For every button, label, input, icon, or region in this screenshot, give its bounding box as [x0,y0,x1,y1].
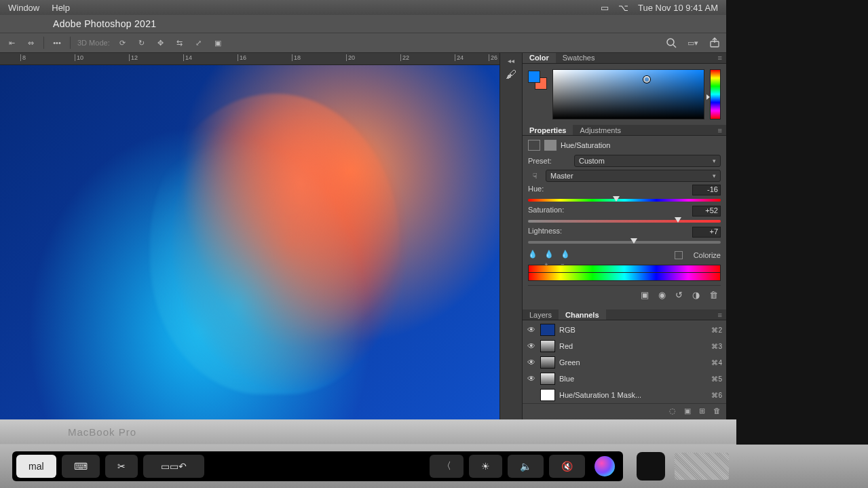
color-field-cursor[interactable] [643,76,650,83]
hue-value[interactable]: -16 [692,185,721,195]
new-channel-icon[interactable]: ⊞ [699,407,705,415]
eye-icon[interactable]: 👁 [527,358,536,367]
clip-to-layer-icon[interactable]: ▣ [641,290,649,300]
channels-panel: 👁 RGB ⌘2 👁 Red ⌘3 👁 Green ⌘4 [523,320,726,419]
app-titlebar: Adobe Photoshop 2021 [0,15,726,33]
channel-value: Master [550,172,573,180]
orbit-icon[interactable]: ⟳ [117,37,129,49]
eyedropper-icon[interactable]: 💧 [528,250,539,261]
touchbar-undo-icon[interactable]: ▭▭↶ [143,455,204,478]
laptop-model-label: MacBook Pro [68,426,136,438]
menubar-display-icon[interactable]: ▭ [601,3,609,13]
screenmode-icon[interactable]: ▭▾ [687,37,699,49]
align-left-icon[interactable]: ⇤ [5,37,18,49]
ruler-tick: 8 [20,54,26,61]
color-field[interactable] [552,69,704,119]
lightness-label: Lightness: [528,227,562,238]
share-icon[interactable] [709,37,721,49]
panel-menu-icon[interactable]: ≡ [718,126,722,134]
eye-icon[interactable]: 👁 [527,374,536,383]
pan-icon[interactable]: ✥ [155,37,167,49]
panel-dock-strip[interactable]: ◂◂ 🖌 [499,53,523,419]
touchbar-area: mal ⌨ ✂ ▭▭↶ 〈 ☀ 🔈 🔇 [0,445,868,488]
tab-layers[interactable]: Layers [523,309,559,320]
color-panel-tabs: Color Swatches ≡ [523,53,726,64]
delete-icon[interactable]: 🗑 [709,290,718,300]
preset-label: Preset: [528,157,570,165]
channel-thumb [540,356,555,369]
more-icon[interactable]: ••• [51,37,63,49]
tab-color[interactable]: Color [523,53,556,63]
touchbar-keyboard-icon[interactable]: ⌨ [62,455,100,478]
search-icon[interactable] [665,37,677,49]
saturation-slider[interactable] [528,218,721,225]
adjustment-type-label: Hue/Saturation [561,141,610,149]
menubar-clock: Tue Nov 10 9:41 AM [638,3,718,13]
ruler-tick: 14 [183,54,192,61]
align-center-icon[interactable]: ⇔ [24,37,37,49]
delete-channel-icon[interactable]: 🗑 [713,407,721,415]
hue-slider[interactable] [528,197,721,204]
ruler-tick: 12 [129,54,138,61]
camera-icon[interactable]: ▣ [212,37,224,49]
document-canvas[interactable] [0,65,499,419]
eyedropper-sub-icon[interactable]: 💧₋ [561,250,571,261]
channel-row[interactable]: 👁 RGB ⌘2 [523,322,726,338]
colorize-checkbox[interactable] [675,251,683,259]
collapse-panels-icon[interactable]: ◂◂ [508,57,514,64]
fgbg-swatch[interactable] [528,71,547,90]
touch-id-button[interactable] [637,452,665,481]
channel-row[interactable]: 👁 Red ⌘3 [523,338,726,354]
save-selection-icon[interactable]: ▣ [684,407,691,415]
touchbar-cut-icon[interactable]: ✂ [105,455,138,478]
visibility-icon[interactable]: ◑ [692,290,700,300]
hue-band-top[interactable] [528,265,721,273]
saturation-value[interactable]: +52 [692,206,721,217]
channel-row[interactable]: Hue/Saturation 1 Mask... ⌘6 [523,387,726,403]
panel-menu-icon[interactable]: ≡ [718,54,722,62]
eye-icon[interactable]: 👁 [527,341,536,351]
hue-strip-indicator[interactable] [706,94,710,100]
hue-band-bottom[interactable] [528,273,721,281]
load-selection-icon[interactable]: ◌ [669,407,676,415]
tab-properties[interactable]: Properties [523,125,573,135]
preset-select[interactable]: Custom▾ [574,155,721,167]
touchbar-siri-button[interactable] [590,455,619,478]
desktop-dark-area [726,0,868,488]
eye-icon[interactable]: 👁 [527,325,536,335]
tab-swatches[interactable]: Swatches [556,53,602,63]
app-title: Adobe Photoshop 2021 [53,18,156,29]
view-previous-icon[interactable]: ◉ [658,290,666,300]
channel-select[interactable]: Master▾ [546,170,721,182]
touchbar-mute-icon[interactable]: 🔇 [549,455,585,478]
touchbar-mode-button[interactable]: mal [16,455,56,478]
channel-name: Blue [559,375,707,383]
tab-channels[interactable]: Channels [559,309,606,320]
channel-row[interactable]: 👁 Green ⌘4 [523,354,726,371]
roll-icon[interactable]: ↻ [136,37,148,49]
slide-icon[interactable]: ⇆ [174,37,186,49]
panel-menu-icon[interactable]: ≡ [718,311,722,319]
hue-strip[interactable] [710,69,721,119]
properties-panel-tabs: Properties Adjustments ≡ [523,125,726,136]
touchbar-back-icon[interactable]: 〈 [430,455,464,478]
touchbar-brightness-icon[interactable]: ☀ [469,455,502,478]
foreground-swatch[interactable] [528,71,540,83]
brush-panel-icon[interactable]: 🖌 [506,69,516,81]
menu-window[interactable]: Window [8,3,39,13]
mode-label: 3D Mode: [77,39,110,47]
lightness-slider[interactable] [528,239,721,246]
channel-row[interactable]: 👁 Blue ⌘5 [523,371,726,387]
menu-help[interactable]: Help [52,3,70,13]
lightness-value[interactable]: +7 [692,227,721,238]
ruler-horizontal[interactable]: 8 10 12 14 16 18 20 22 24 26 [0,53,499,65]
tab-adjustments[interactable]: Adjustments [573,125,628,135]
eyedropper-add-icon[interactable]: 💧₊ [544,250,555,261]
menubar-controlcenter-icon[interactable]: ⌥ [618,3,628,13]
ruler-tick: 10 [75,54,83,61]
zoom-icon[interactable]: ⤢ [193,37,205,49]
touchbar-volume-icon[interactable]: 🔈 [508,455,544,478]
targeted-adjust-icon[interactable]: ☟ [528,172,542,181]
options-bar: ⇤ ⇔ ••• 3D Mode: ⟳ ↻ ✥ ⇆ ⤢ ▣ ▭▾ [0,33,726,53]
reset-icon[interactable]: ↺ [675,290,683,300]
